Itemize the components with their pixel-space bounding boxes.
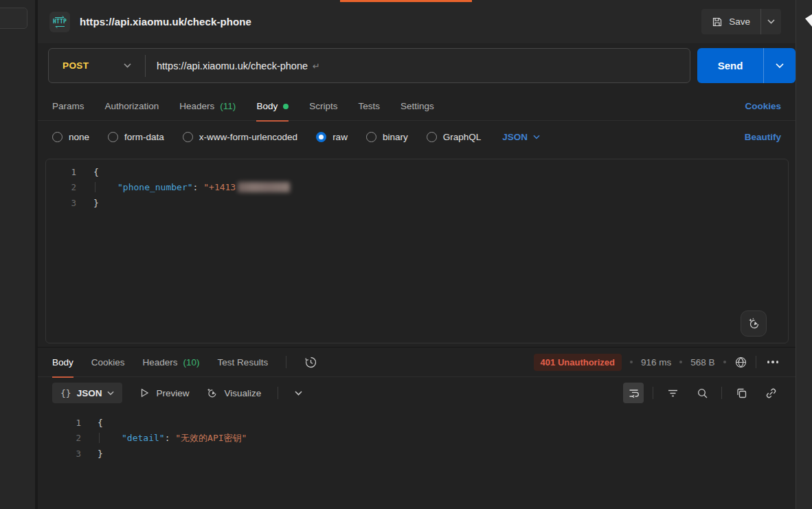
- save-icon: [712, 16, 723, 27]
- cookies-link[interactable]: Cookies: [745, 101, 781, 111]
- tab-tests[interactable]: Tests: [358, 92, 380, 121]
- tab-settings[interactable]: Settings: [401, 92, 434, 121]
- response-tab-headers[interactable]: Headers (10): [143, 348, 200, 377]
- send-options-button[interactable]: [764, 48, 796, 83]
- tab-headers[interactable]: Headers (11): [179, 92, 236, 121]
- right-sidebar-rail[interactable]: [796, 0, 812, 509]
- radio-icon: [366, 132, 376, 142]
- wrap-text-button[interactable]: [623, 383, 644, 403]
- response-tab-cookies[interactable]: Cookies: [91, 348, 125, 377]
- url-value: https://api.xiaomu.uk/check-phone: [157, 60, 308, 71]
- method-selector[interactable]: POST: [49, 49, 145, 82]
- tab-scripts[interactable]: Scripts: [309, 92, 337, 121]
- search-icon: [697, 387, 708, 399]
- raw-language-selector[interactable]: JSON: [502, 132, 540, 142]
- body-type-form-data[interactable]: form-data: [108, 132, 164, 142]
- status-badge[interactable]: 401 Unauthorized: [534, 354, 622, 371]
- app-window: HTTP https://api.xiaomu.uk/check-phone S…: [0, 0, 812, 509]
- sidebar-divider: [35, 0, 38, 509]
- body-type-graphql[interactable]: GraphQL: [427, 132, 482, 142]
- filter-button[interactable]: [662, 383, 683, 403]
- response-tab-test-results[interactable]: Test Results: [218, 348, 269, 377]
- url-bar: POST https://api.xiaomu.uk/check-phone ↵: [48, 48, 690, 83]
- body-type-x-www-form-urlencoded[interactable]: x-www-form-urlencoded: [183, 132, 297, 142]
- response-time[interactable]: 916 ms: [641, 357, 671, 367]
- body-type-raw[interactable]: raw: [316, 132, 348, 142]
- sidebar-collapsed-tab[interactable]: [0, 8, 27, 29]
- tab-params[interactable]: Params: [52, 92, 84, 121]
- body-type-binary[interactable]: binary: [366, 132, 408, 142]
- link-button[interactable]: [760, 383, 781, 403]
- save-button-group: Save: [701, 9, 781, 34]
- line-number: 1: [46, 167, 76, 177]
- send-button[interactable]: Send: [697, 48, 764, 83]
- active-browser-tab-indicator: [340, 0, 472, 2]
- mouse-cursor: [805, 14, 812, 27]
- postbot-sparkle-icon: [747, 317, 760, 330]
- response-history-button[interactable]: [304, 356, 317, 369]
- search-button[interactable]: [692, 383, 712, 403]
- response-tabs-bar: Body Cookies Headers (10) Test Results: [38, 348, 796, 377]
- chevron-down-icon: [295, 391, 302, 396]
- chevron-down-icon: [107, 391, 114, 396]
- beautify-link[interactable]: Beautify: [745, 132, 781, 142]
- visualize-button[interactable]: Visualize: [205, 387, 261, 399]
- response-toolbar: {} JSON Preview: [38, 377, 796, 409]
- tab-body[interactable]: Body: [256, 92, 289, 121]
- code-line: 2 "phone_number": "+1413: [46, 180, 788, 196]
- divider: [278, 387, 278, 399]
- enter-hint: ↵: [313, 61, 320, 71]
- code-line: 3 }: [46, 195, 788, 211]
- radio-icon: [427, 132, 437, 142]
- divider: [721, 387, 722, 399]
- chevron-down-icon: [124, 63, 131, 68]
- request-tabs: Params Authorization Headers (11) Body S…: [38, 92, 796, 121]
- response-pane: Body Cookies Headers (10) Test Results: [38, 347, 796, 509]
- http-request-icon: HTTP: [49, 12, 70, 32]
- response-tools-right: [623, 383, 781, 403]
- wrap-text-icon: [628, 387, 640, 399]
- radio-icon: [108, 132, 118, 142]
- body-type-selector: none form-data x-www-form-urlencoded raw…: [38, 124, 796, 150]
- visualize-options-chevron[interactable]: [295, 391, 302, 396]
- request-body-editor[interactable]: 1 { 2 "phone_number": "+1413 3 }: [45, 159, 789, 343]
- headers-count-badge: (11): [220, 101, 236, 111]
- preview-button[interactable]: Preview: [139, 387, 189, 398]
- chevron-down-icon: [767, 19, 775, 24]
- network-info-button[interactable]: [734, 356, 747, 369]
- visualize-sparkle-icon: [205, 387, 218, 399]
- dot-separator: [679, 361, 682, 363]
- indent-guide: [95, 182, 117, 192]
- postbot-button[interactable]: [741, 310, 767, 337]
- tab-authorization[interactable]: Authorization: [105, 92, 159, 121]
- save-dropdown-button[interactable]: [761, 9, 781, 34]
- url-input[interactable]: https://api.xiaomu.uk/check-phone ↵: [146, 60, 320, 71]
- indent-guide: [99, 433, 122, 443]
- response-headers-count-badge: (10): [183, 357, 200, 367]
- response-body-editor[interactable]: 1 { 2 "detail": "无效的API密钥" 3 }: [38, 409, 796, 462]
- line-number: 3: [46, 198, 76, 208]
- save-button[interactable]: Save: [701, 9, 761, 34]
- globe-icon: [734, 356, 747, 369]
- response-meta: 401 Unauthorized 916 ms 568 B: [534, 354, 781, 371]
- code-line: 2 "detail": "无效的API密钥": [38, 431, 796, 446]
- braces-icon: {}: [60, 388, 71, 398]
- response-format-selector[interactable]: {} JSON: [52, 383, 122, 403]
- redacted-phone-number: [238, 182, 290, 192]
- line-number: 3: [38, 449, 81, 459]
- line-number: 2: [46, 182, 76, 192]
- chevron-down-icon: [533, 135, 540, 139]
- divider: [756, 356, 756, 368]
- body-type-none[interactable]: none: [52, 132, 89, 142]
- request-workspace: HTTP https://api.xiaomu.uk/check-phone S…: [38, 0, 796, 509]
- response-size[interactable]: 568 B: [690, 357, 714, 367]
- response-tab-body[interactable]: Body: [52, 348, 74, 377]
- more-options-icon[interactable]: [765, 358, 782, 366]
- method-label: POST: [63, 60, 89, 71]
- radio-icon: [183, 132, 193, 142]
- code-line: 3 }: [38, 446, 796, 462]
- filter-icon: [667, 387, 679, 399]
- copy-button[interactable]: [731, 383, 752, 403]
- request-title: https://api.xiaomu.uk/check-phone: [80, 16, 251, 27]
- chevron-down-icon: [776, 63, 784, 69]
